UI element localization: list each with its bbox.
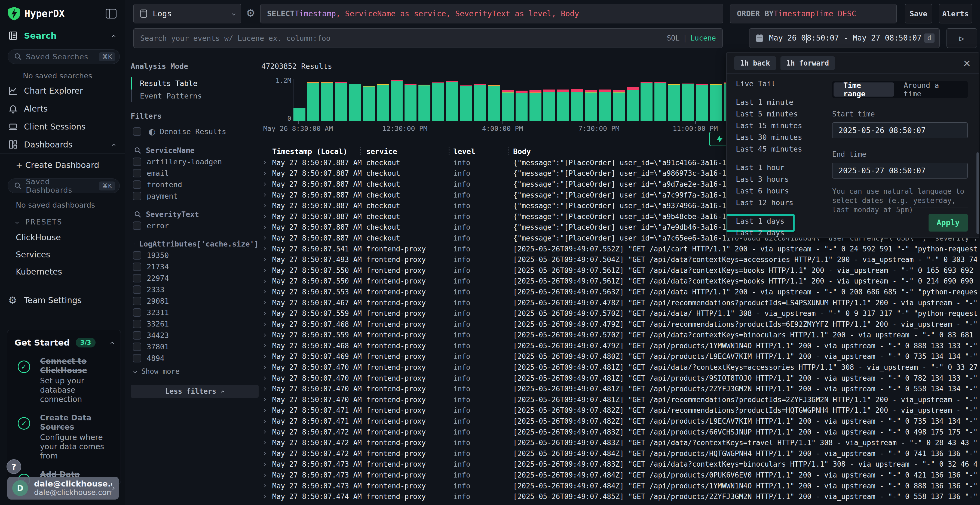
histogram-bar[interactable]: [654, 82, 667, 121]
log-row[interactable]: May 27 8:50:07.550 AMfrontend-proxyinfo[…: [261, 265, 977, 276]
histogram-bar[interactable]: [349, 84, 361, 121]
expand-chevron-icon[interactable]: [262, 322, 266, 326]
chevron-up-icon[interactable]: [111, 341, 114, 345]
saved-dashboards-input[interactable]: Saved Dashboards ⌘K: [8, 178, 120, 193]
histogram-bar[interactable]: [543, 89, 555, 121]
quick-range-last-1-minute[interactable]: Last 1 minute: [733, 96, 811, 108]
expand-chevron-icon[interactable]: [262, 366, 266, 369]
log-row[interactable]: May 27 8:50:07.470 AMfrontend-proxyinfo[…: [261, 394, 977, 405]
histogram-bar[interactable]: [668, 84, 680, 121]
histogram-bar[interactable]: [682, 84, 694, 121]
log-row[interactable]: May 27 8:50:07.553 AMfrontend-proxyinfo[…: [261, 286, 977, 297]
histogram-bar[interactable]: [515, 91, 528, 121]
presets-toggle[interactable]: PRESETS: [0, 211, 125, 229]
expand-chevron-icon[interactable]: [262, 387, 266, 391]
histogram-bar[interactable]: [418, 85, 430, 121]
filter-group-header[interactable]: LogAttributes['cache.size']: [134, 240, 259, 248]
alerts-button[interactable]: Alerts: [939, 4, 972, 24]
checkbox[interactable]: [133, 320, 141, 328]
checkbox[interactable]: [133, 274, 141, 283]
filter-value-row[interactable]: 37801: [133, 343, 259, 351]
checkbox[interactable]: [133, 251, 141, 260]
log-row[interactable]: May 27 8:50:07.469 AMfrontend-proxyinfo[…: [261, 351, 977, 362]
histogram-bar[interactable]: [474, 84, 486, 121]
checkbox[interactable]: [133, 221, 141, 230]
histogram-bar[interactable]: [641, 82, 652, 121]
histogram-bar[interactable]: [557, 89, 569, 121]
filter-value-row[interactable]: email: [133, 169, 259, 178]
sql-mode-toggle[interactable]: SQL: [667, 34, 679, 42]
tab-time-range[interactable]: Time range: [834, 83, 894, 97]
lucene-mode-toggle[interactable]: Lucene: [690, 34, 716, 42]
histogram-bar[interactable]: [307, 82, 319, 121]
expand-chevron-icon[interactable]: [262, 484, 266, 488]
histogram-bar[interactable]: [446, 81, 458, 121]
checkbox[interactable]: [133, 192, 141, 200]
histogram-bar[interactable]: [585, 91, 597, 121]
checkbox[interactable]: [133, 354, 141, 362]
log-row[interactable]: May 27 8:50:07.473 AMfrontend-proxyinfo[…: [261, 459, 977, 470]
expand-chevron-icon[interactable]: [262, 279, 266, 283]
histogram-bars[interactable]: [293, 79, 727, 121]
histogram-bar[interactable]: [363, 86, 375, 121]
histogram-bar[interactable]: [696, 84, 708, 121]
expand-chevron-icon[interactable]: [262, 301, 266, 305]
source-settings-gear-icon[interactable]: ⚙: [246, 7, 255, 19]
filter-value-row[interactable]: 4894: [133, 354, 259, 362]
sidebar-item-kubernetes[interactable]: Kubernetes: [0, 263, 125, 280]
end-time-input[interactable]: 2025-05-27 08:50:07: [832, 163, 968, 178]
log-row[interactable]: May 27 8:50:07.468 AMfrontend-proxyinfo[…: [261, 319, 977, 330]
histogram-bar[interactable]: [377, 84, 389, 121]
quick-range-last-12-hours[interactable]: Last 12 hours: [733, 197, 811, 208]
order-by-editor[interactable]: ORDER BY TimestampTime DESC: [730, 4, 897, 24]
log-row[interactable]: May 27 8:50:07.474 AMfrontend-proxyinfo[…: [261, 491, 977, 502]
histogram-bar[interactable]: [404, 84, 417, 121]
column-resize-handle[interactable]: [449, 147, 449, 155]
filter-value-row[interactable]: 33261: [133, 320, 259, 328]
expand-chevron-icon[interactable]: [262, 183, 266, 186]
quick-range-last-1-hour[interactable]: Last 1 hour: [733, 162, 811, 173]
chevron-up-icon[interactable]: [112, 143, 115, 147]
expand-chevron-icon[interactable]: [262, 355, 266, 358]
expand-chevron-icon[interactable]: [262, 290, 266, 294]
filter-group-header[interactable]: SeverityText: [134, 210, 259, 219]
log-row[interactable]: May 27 8:50:07.550 AMfrontend-proxyinfo[…: [261, 276, 977, 287]
shift-1h-back-button[interactable]: 1h back: [734, 56, 776, 70]
histogram-bar[interactable]: [391, 80, 402, 121]
filter-value-row[interactable]: 34423: [133, 331, 259, 340]
filter-value-row[interactable]: 19350: [133, 251, 259, 260]
checkbox[interactable]: [133, 180, 141, 189]
quick-range-live-tail[interactable]: Live Tail: [733, 78, 811, 89]
help-button[interactable]: ?: [6, 459, 21, 474]
chevron-up-icon[interactable]: [112, 35, 115, 38]
lucene-search-input[interactable]: Search your events w/ Lucene ex. column:…: [134, 28, 723, 48]
filter-value-row[interactable]: payment: [133, 192, 259, 200]
expand-chevron-icon[interactable]: [262, 462, 266, 466]
column-header-service[interactable]: service: [366, 147, 453, 156]
histogram-bar[interactable]: [335, 82, 347, 121]
analysis-mode-option[interactable]: Event Patterns: [130, 89, 259, 102]
column-resize-handle[interactable]: [509, 147, 509, 155]
user-menu[interactable]: D dale@clickhouse.com dale@clickhouse.co…: [7, 477, 119, 500]
analysis-mode-option[interactable]: Results Table: [130, 77, 259, 89]
quick-range-last-45-minutes[interactable]: Last 45 minutes: [733, 143, 811, 155]
histogram-bar[interactable]: [627, 87, 639, 121]
expand-chevron-icon[interactable]: [262, 226, 266, 229]
vertical-scrollbar[interactable]: [977, 152, 979, 234]
sidebar-item-client-sessions[interactable]: Client Sessions: [0, 118, 125, 135]
log-row[interactable]: May 27 8:50:07.472 AMfrontend-proxyinfo[…: [261, 437, 977, 448]
tab-around-a-time[interactable]: Around a time: [894, 83, 966, 97]
histogram-bar[interactable]: [502, 91, 514, 121]
quick-range-last-15-minutes[interactable]: Last 15 minutes: [733, 120, 811, 132]
checkbox[interactable]: [133, 343, 141, 351]
expand-chevron-icon[interactable]: [262, 409, 266, 412]
show-more-button[interactable]: Show more: [134, 367, 259, 375]
select-clause-editor[interactable]: SELECT Timestamp, ServiceName as service…: [260, 4, 723, 24]
checkbox[interactable]: [133, 297, 141, 305]
quick-range-last-2-days[interactable]: Last 2 days: [733, 227, 811, 238]
log-row[interactable]: May 27 8:50:07.468 AMfrontend-proxyinfo[…: [261, 340, 977, 351]
get-started-item[interactable]: ✓Create Data SourcesConfigure where your…: [14, 413, 113, 461]
log-row[interactable]: May 27 8:50:07.493 AMfrontend-proxyinfo[…: [261, 254, 977, 265]
quick-range-last-6-hours[interactable]: Last 6 hours: [733, 185, 811, 197]
quick-range-last-5-minutes[interactable]: Last 5 minutes: [733, 108, 811, 120]
